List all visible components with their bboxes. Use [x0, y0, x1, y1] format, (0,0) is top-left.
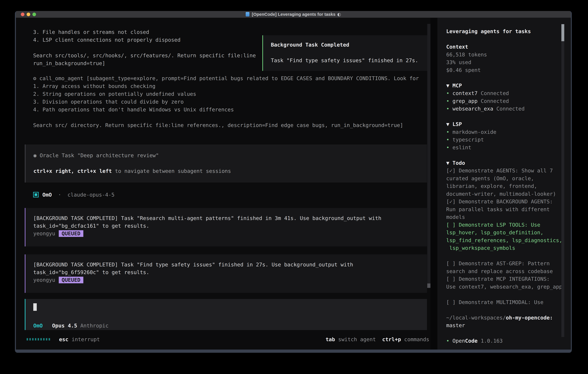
- task-line1: [BACKGROUND TASK COMPLETED] Task "Resear…: [33, 214, 427, 222]
- text-segment: OmO: [33, 323, 43, 329]
- status-badge: QUEUED: [59, 230, 83, 237]
- text-line: ▼ LSP: [446, 120, 561, 128]
- text-line: Search src/tools/, src/hooks/, src/featu…: [33, 52, 256, 59]
- text-cursor: [33, 303, 37, 311]
- status-bar: esc interrupt tab switch agent ctrl+p co…: [16, 335, 430, 343]
- text-line: 33% used: [446, 58, 561, 66]
- text-segment: websearch_exa: [452, 106, 496, 112]
- oracle-status-icon: ◉: [33, 152, 40, 158]
- pane-divider: [430, 18, 437, 350]
- text-segment: grep_app: [452, 98, 481, 104]
- agent-header: OmO · claude-opus-4-5: [33, 191, 115, 198]
- text-line: [ ] Demonstrate MCP INTEGRATIONS:: [446, 275, 561, 283]
- text-segment: [✓] Demonstrate BACKGROUND AGENTS:: [446, 198, 553, 205]
- text-line: Search src/ directory. Return specific f…: [33, 121, 419, 129]
- text-line: • typescript: [446, 136, 561, 144]
- text-line: [ ] Demonstrate AST-GREP: Pattern: [446, 260, 561, 267]
- text-segment: Open: [452, 338, 465, 344]
- zoom-button[interactable]: [32, 13, 36, 16]
- status-bullet: •: [446, 129, 452, 135]
- text-line: 3. File handles or streams not closed: [33, 28, 256, 36]
- status-bullet: •: [446, 145, 452, 150]
- document-icon: [246, 12, 250, 17]
- text-segment: document-writer, multimodal-looker): [446, 191, 556, 197]
- minimize-button[interactable]: [27, 13, 30, 16]
- text-line: [446, 151, 561, 159]
- main-scrollbar-thumb[interactable]: [427, 283, 430, 288]
- sidebar-content: Leveraging agents for tasksContext66,518…: [446, 28, 561, 345]
- scrollback-text-block: 3. File handles or streams not closed4. …: [33, 28, 256, 67]
- sidebar-scrollbar-track[interactable]: [561, 24, 564, 337]
- text-line: Context: [446, 43, 561, 51]
- text-line: lsp_find_references, lsp_diagnostics,: [446, 237, 561, 244]
- text-segment: librarian, explore, frontend,: [446, 183, 537, 189]
- text-segment: run_in_background=true]: [33, 60, 105, 66]
- collapse-icon: ▼: [446, 160, 452, 166]
- text-line: [33, 44, 256, 52]
- text-segment: Oracle Task "Deep architecture review": [40, 152, 159, 158]
- task-line2: task_id="bg_6f59260c" to get results.: [33, 269, 427, 276]
- text-segment: Code: [465, 338, 481, 344]
- text-segment: 1. Array access without bounds checking: [33, 83, 155, 89]
- text-segment: lsp_workspace_symbols: [446, 245, 515, 251]
- text-segment: models: [446, 214, 465, 220]
- text-segment: 33% used: [446, 59, 471, 65]
- esc-key-label: interrupt: [72, 336, 100, 342]
- text-line: 2. String operations on potentially unde…: [33, 90, 419, 98]
- text-line: 4. Path operations that don't handle Win…: [33, 106, 419, 114]
- text-line: ▼ Todo: [446, 159, 561, 167]
- text-segment: search and replace across codebase: [446, 268, 553, 274]
- close-button[interactable]: [21, 13, 24, 16]
- text-segment: call_omo_agent [subagent_type=explore, p…: [39, 75, 419, 81]
- text-segment: Connected: [481, 98, 509, 104]
- text-line: [446, 113, 561, 120]
- status-badge: QUEUED: [59, 277, 83, 283]
- window-title: [OpenCode] Leveraging agents for tasks: [252, 12, 335, 17]
- text-segment: markdown-oxide: [452, 129, 496, 135]
- model-info-line: OmO Opus 4.5 Anthropic: [33, 322, 108, 330]
- notification-body: Task "Find type safety issues" finished …: [271, 57, 430, 64]
- text-line: [446, 74, 561, 82]
- agent-name: OmO: [42, 192, 52, 198]
- text-line: 66,518 tokens: [446, 51, 561, 59]
- main-scrollbar-track[interactable]: [427, 24, 430, 288]
- text-line: ctrl+x right, ctrl+x left to navigate be…: [33, 167, 427, 175]
- text-line: librarian, explore, frontend,: [446, 182, 561, 190]
- text-segment: Search src/tools/, src/hooks/, src/featu…: [33, 52, 256, 58]
- status-bullet: •: [446, 106, 452, 112]
- text-line: • OpenCode 1.0.163: [446, 337, 561, 345]
- tab-key-hint: tab: [326, 336, 335, 342]
- text-line: • markdown-oxide: [446, 128, 561, 136]
- text-segment: Anthropic: [80, 323, 108, 329]
- traffic-lights: [21, 13, 36, 16]
- text-segment: curated agents (OmO, oracle,: [446, 176, 534, 181]
- text-segment: LSP: [452, 121, 462, 127]
- text-segment: Context: [446, 44, 468, 50]
- text-line: ◉ Oracle Task "Deep architecture review": [33, 152, 427, 159]
- ctrlp-key-label: commands: [404, 336, 429, 342]
- text-line: $0.46 spent: [446, 66, 561, 74]
- text-segment: Todo: [452, 160, 465, 166]
- text-line: [33, 159, 427, 167]
- text-line: ▼ MCP: [446, 82, 561, 90]
- text-line: [✓] Demonstrate AGENTS: Show all 7: [446, 167, 561, 175]
- oracle-task-box: ◉ Oracle Task "Deep architecture review"…: [25, 145, 427, 183]
- text-line: [446, 252, 561, 260]
- text-segment: Search src/ directory. Return specific f…: [33, 122, 403, 128]
- text-segment: master: [446, 322, 465, 328]
- text-line: [446, 35, 561, 43]
- text-segment: 66,518 tokens: [446, 52, 487, 58]
- prompt-input[interactable]: OmO Opus 4.5 Anthropic: [25, 299, 427, 330]
- titlebar[interactable]: [OpenCode] Leveraging agents for tasks ◐: [16, 11, 571, 18]
- agent-checkbox-icon: [33, 192, 39, 197]
- text-line: [446, 291, 561, 298]
- text-segment: context7: [452, 90, 481, 96]
- text-line: 1. Array access without bounds checking: [33, 82, 419, 90]
- text-segment: ctrl+x right, ctrl+x left: [33, 168, 112, 174]
- text-line: master: [446, 322, 561, 329]
- sidebar-scrollbar-thumb[interactable]: [561, 24, 564, 41]
- text-segment: [77, 323, 80, 329]
- text-line: 3. Division operations that could divide…: [33, 98, 419, 106]
- text-line: lsp_workspace_symbols: [446, 244, 561, 252]
- background-task-notification: Background Task Completed Task "Find typ…: [262, 35, 430, 71]
